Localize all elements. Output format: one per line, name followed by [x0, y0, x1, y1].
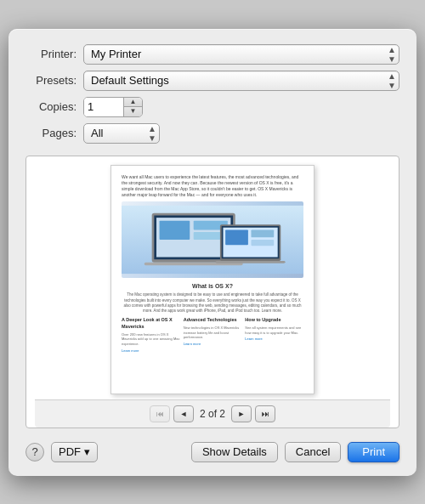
- presets-select[interactable]: Default Settings: [83, 71, 400, 91]
- svg-rect-12: [251, 229, 274, 237]
- svg-rect-4: [160, 220, 190, 239]
- preview-col3-title: How to Upgrade: [245, 317, 303, 324]
- preview-image: [122, 201, 303, 278]
- print-dialog: Printer: My Printer ▲▼ Presets: Default …: [8, 29, 416, 476]
- print-button[interactable]: Print: [348, 442, 400, 462]
- preview-section: We want all Mac users to experience the …: [26, 156, 400, 428]
- copies-stepper: ▲ ▼: [123, 98, 142, 116]
- preview-col-2: Advanced Technologies New technologies i…: [184, 317, 242, 353]
- form-section: Printer: My Printer ▲▼ Presets: Default …: [26, 44, 400, 144]
- help-button[interactable]: ?: [26, 443, 44, 462]
- first-page-button[interactable]: ⏮: [150, 405, 170, 422]
- pdf-label: PDF: [59, 445, 81, 458]
- bottom-bar: ? PDF ▾ Show Details Cancel Print: [26, 442, 400, 462]
- preview-col2-link: Learn more: [184, 342, 242, 347]
- preview-col3-link: Learn more: [245, 337, 303, 342]
- preview-title: What is OS X?: [122, 282, 303, 291]
- presets-row: Presets: Default Settings ▲▼: [26, 71, 400, 91]
- printer-label: Printer:: [26, 48, 76, 60]
- svg-rect-13: [251, 240, 274, 246]
- copies-input-wrap: ▲ ▼: [83, 97, 143, 117]
- copies-input[interactable]: [84, 98, 123, 116]
- pagination-bar: ⏮ ◄ 2 of 2 ► ⏭: [35, 399, 390, 428]
- pages-label: Pages:: [26, 127, 76, 139]
- pages-select[interactable]: All: [83, 123, 160, 144]
- preview-body: The Mac operating system is designed to …: [122, 292, 303, 314]
- copies-row: Copies: ▲ ▼: [26, 97, 400, 117]
- pdf-arrow-icon: ▾: [84, 445, 90, 458]
- next-page-button[interactable]: ►: [231, 405, 252, 422]
- pdf-button[interactable]: PDF ▾: [51, 442, 98, 462]
- last-page-button[interactable]: ⏭: [255, 405, 275, 422]
- preview-page: We want all Mac users to experience the …: [110, 165, 314, 394]
- presets-label: Presets:: [26, 74, 76, 87]
- pages-select-wrapper: All ▲▼: [83, 123, 160, 144]
- preview-col-3: How to Upgrade See all system requiremen…: [245, 317, 303, 353]
- svg-rect-14: [216, 260, 286, 263]
- preview-col1-body: Over 200 new features in OS X Mavericks …: [122, 332, 180, 347]
- cancel-button[interactable]: Cancel: [285, 442, 341, 462]
- copies-decrement-button[interactable]: ▼: [124, 107, 142, 116]
- copies-label: Copies:: [26, 100, 76, 113]
- preview-columns: A Deeper Look at OS X Mavericks Over 200…: [122, 317, 303, 353]
- preview-col1-link: Learn more: [122, 348, 180, 354]
- preview-col-1: A Deeper Look at OS X Mavericks Over 200…: [122, 317, 180, 353]
- preview-hero-text: We want all Mac users to experience the …: [122, 174, 303, 198]
- printer-row: Printer: My Printer ▲▼: [26, 44, 400, 65]
- preview-col2-body: New technologies in OS X Mavericks incre…: [184, 326, 242, 340]
- preview-col2-title: Advanced Technologies: [184, 317, 242, 324]
- printer-select-wrapper: My Printer ▲▼: [83, 44, 400, 65]
- preview-col1-title: A Deeper Look at OS X Mavericks: [122, 317, 180, 330]
- page-counter: 2 of 2: [197, 408, 228, 420]
- prev-page-button[interactable]: ◄: [173, 405, 194, 422]
- preview-col3-body: See all system requirements and see how …: [245, 326, 303, 335]
- pages-row: Pages: All ▲▼: [26, 123, 400, 144]
- copies-increment-button[interactable]: ▲: [124, 98, 142, 108]
- svg-rect-11: [225, 229, 248, 245]
- printer-select[interactable]: My Printer: [83, 44, 400, 65]
- presets-select-wrapper: Default Settings ▲▼: [83, 71, 400, 91]
- show-details-button[interactable]: Show Details: [191, 442, 278, 462]
